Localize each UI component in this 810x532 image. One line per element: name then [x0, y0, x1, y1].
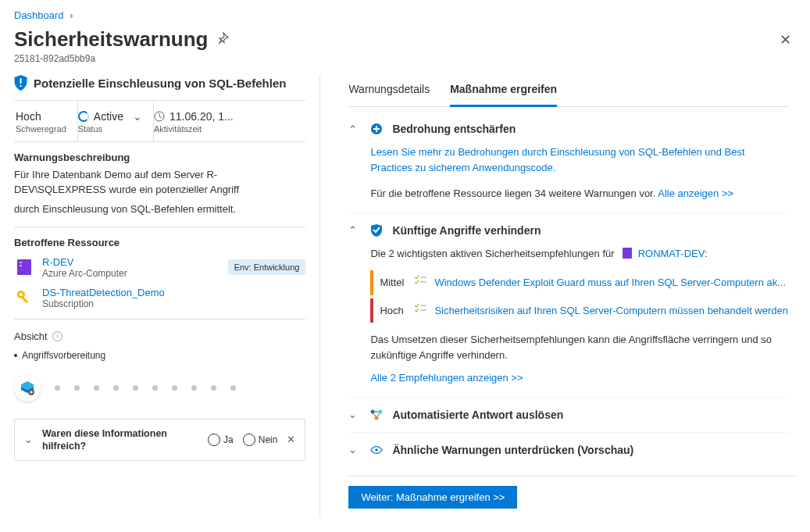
kill-chain-progress [14, 375, 305, 402]
recommendation-link[interactable]: Windows Defender Exploit Guard muss auf … [434, 270, 788, 295]
mitigate-text-2: Für die betroffene Ressource liegen 34 w… [370, 187, 658, 199]
chevron-down-icon: ⌄ [348, 409, 361, 420]
recommendation-link[interactable]: Sicherheitsrisiken auf Ihren SQL Server-… [434, 298, 788, 323]
mitigate-link-1[interactable]: Lesen Sie mehr zu Bedrohungen durch Eins… [370, 145, 788, 175]
tab-bar: Warnungsdetails Maßnahme ergreifen [348, 75, 788, 107]
page-title: Sicherheitswarnung [14, 27, 209, 52]
severity-label: Schweregrad [16, 124, 66, 134]
resource-item: DS-ThreatDetection_Demo Subscription [14, 287, 305, 309]
resource-name[interactable]: DS-ThreatDetection_Demo [42, 287, 305, 298]
stats-row: Hoch Schweregrad Active ⌄ Status 11.06.2… [14, 101, 305, 142]
section-mitigate-toggle[interactable]: ⌃ Bedrohung entschärfen [348, 123, 788, 135]
status-dropdown[interactable]: Active ⌄ Status [78, 101, 154, 141]
tab-take-action[interactable]: Maßnahme ergreifen [450, 75, 557, 107]
alert-title: Potenzielle Einschleusung von SQL-Befehl… [34, 77, 286, 90]
svg-rect-13 [623, 248, 632, 259]
env-badge: Env: Entwicklung [228, 259, 306, 275]
section-automate: ⌄ Automatisierte Antwort auslösen [348, 398, 788, 433]
svg-point-14 [371, 409, 375, 413]
stage-active-icon [14, 375, 41, 402]
info-icon[interactable]: i [52, 331, 62, 341]
feedback-question: Waren diese Informationen hilfreich? [42, 427, 198, 453]
prevent-all-link[interactable]: Alle 2 Empfehlungen anzeigen >> [370, 370, 788, 386]
server-icon [623, 248, 632, 259]
server-icon [14, 257, 34, 277]
workflow-icon [370, 409, 383, 421]
svg-rect-1 [20, 85, 22, 87]
feedback-yes[interactable]: Ja [208, 434, 234, 446]
prevent-note: Das Umsetzen dieser Sicherheitsempfehlun… [370, 332, 788, 362]
svg-rect-3 [17, 259, 31, 275]
key-icon [14, 287, 34, 308]
intent-stage: Angriffsvorbereitung [14, 350, 305, 361]
section-prevent-title: Künftige Angriffe verhindern [392, 224, 541, 237]
prevent-intro: Die 2 wichtigsten aktiven Sicherheitsemp… [370, 248, 614, 259]
section-suppress: ⌄ Ähnliche Warnungen unterdrücken (Vorsc… [348, 433, 788, 467]
status-label: Status [78, 124, 142, 134]
feedback-bar: ⌄ Waren diese Informationen hilfreich? J… [14, 419, 305, 462]
resource-type: Subscription [42, 298, 305, 309]
close-button[interactable]: ✕ [775, 28, 796, 52]
resource-name[interactable]: R-DEV [42, 256, 220, 268]
section-prevent-toggle[interactable]: ⌃ Künftige Angriffe verhindern [348, 224, 788, 237]
status-value: Active [94, 110, 123, 123]
breadcrumb-home[interactable]: Dashboard [14, 9, 64, 21]
section-mitigate-title: Bedrohung entschärfen [392, 123, 516, 135]
svg-point-7 [20, 293, 23, 296]
section-suppress-title: Ähnliche Warnungen unterdrücken (Vorscha… [392, 444, 633, 456]
severity-badge: Hoch [373, 303, 409, 319]
checklist-icon [414, 275, 430, 291]
breadcrumb: Dashboard › [14, 9, 796, 23]
svg-rect-0 [20, 78, 22, 84]
severity-badge: Mittel [373, 275, 409, 291]
alert-id: 25181-892ad5bb9a [14, 53, 796, 64]
checklist-icon [414, 303, 430, 319]
chevron-up-icon: ⌃ [348, 123, 361, 135]
section-automate-toggle[interactable]: ⌄ Automatisierte Antwort auslösen [348, 409, 788, 421]
chevron-down-icon[interactable]: ⌄ [24, 434, 33, 445]
severity-value: Hoch [16, 110, 66, 123]
resource-heading: Betroffene Ressource [14, 237, 305, 248]
next-button[interactable]: Weiter: Maßnahme ergreifen >> [348, 486, 517, 509]
resource-type: Azure Arc-Computer [42, 268, 220, 279]
activity-time-label: Aktivitätszeit [154, 124, 234, 134]
section-automate-title: Automatisierte Antwort auslösen [392, 409, 563, 421]
section-suppress-toggle[interactable]: ⌄ Ähnliche Warnungen unterdrücken (Vorsc… [348, 444, 788, 456]
defuse-icon [370, 123, 383, 135]
svg-point-15 [379, 409, 383, 413]
svg-rect-4 [20, 262, 22, 263]
clock-icon [154, 111, 165, 122]
resource-item: R-DEV Azure Arc-Computer Env: Entwicklun… [14, 256, 305, 279]
description-text-2: durch Einschleusung von SQL-Befehlen erm… [14, 202, 305, 217]
shield-icon [14, 75, 27, 91]
eye-off-icon [370, 444, 383, 456]
svg-point-17 [376, 448, 379, 452]
tab-details[interactable]: Warnungsdetails [348, 75, 430, 106]
description-text-1: Für Ihre Datenbank Demo auf dem Server R… [14, 168, 305, 198]
svg-rect-8 [22, 297, 28, 303]
svg-rect-12 [376, 126, 377, 132]
section-prevent: ⌃ Künftige Angriffe verhindern Die 2 wic… [348, 213, 788, 398]
feedback-no[interactable]: Nein [243, 434, 278, 446]
section-mitigate: ⌃ Bedrohung entschärfen Lesen Sie mehr z… [348, 112, 788, 213]
prevent-target-link[interactable]: RONMAT-DEV [638, 248, 705, 259]
mitigate-show-all-link[interactable]: Alle anzeigen >> [658, 187, 733, 199]
close-icon[interactable]: ✕ [287, 434, 295, 445]
svg-point-16 [375, 416, 379, 420]
chevron-down-icon: ⌄ [348, 444, 361, 455]
intent-heading: Absicht [14, 330, 48, 342]
recommendation-row[interactable]: Hoch Sicherheitsrisiken auf Ihren SQL Se… [370, 298, 788, 323]
chevron-right-icon: › [70, 9, 73, 21]
chevron-down-icon: ⌄ [133, 110, 142, 123]
recommendation-row[interactable]: Mittel Windows Defender Exploit Guard mu… [370, 270, 788, 295]
spinner-icon [78, 111, 89, 122]
description-heading: Warnungsbeschreibung [14, 152, 305, 163]
chevron-up-icon: ⌃ [348, 224, 361, 236]
activity-time-value: 11.06.20, 1... [169, 110, 234, 123]
svg-rect-5 [20, 265, 22, 266]
pin-icon[interactable] [216, 32, 229, 47]
shield-check-icon [370, 224, 383, 237]
